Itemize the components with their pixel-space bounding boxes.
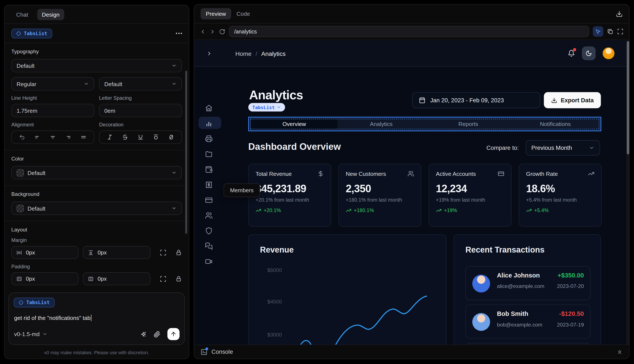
printer-icon[interactable] <box>205 135 213 142</box>
no-decoration-icon[interactable] <box>168 134 174 140</box>
wallet-icon[interactable] <box>205 166 213 173</box>
composer-component-chip[interactable]: TabsList <box>14 298 54 307</box>
tab-overview[interactable]: Overview <box>251 119 338 129</box>
copy-pages-icon[interactable] <box>607 28 613 35</box>
font-family-select[interactable]: Default <box>11 59 182 72</box>
transaction-row[interactable]: Bob Smith bob@example.com -$120.50 2023-… <box>465 304 590 338</box>
chevron-down-icon <box>172 206 177 211</box>
browser-toolbar: /analytics <box>194 24 629 40</box>
forward-icon[interactable] <box>209 28 215 34</box>
more-options-icon[interactable] <box>176 33 182 34</box>
preview-scrollbar-thumb[interactable] <box>627 41 629 154</box>
shield-icon[interactable] <box>205 227 213 235</box>
line-height-input[interactable]: 1.75rem <box>11 104 94 117</box>
undo-icon[interactable] <box>19 134 25 140</box>
arrow-up-icon <box>170 331 177 337</box>
font-weight-value: Regular <box>17 80 37 87</box>
tab-analytics[interactable]: Analytics <box>338 119 425 129</box>
sparkles-icon[interactable] <box>140 330 147 337</box>
user-avatar[interactable] <box>602 47 614 60</box>
notifications-bell-button[interactable] <box>568 50 575 57</box>
letter-spacing-input[interactable]: 0em <box>99 104 182 117</box>
margin-x-input[interactable]: 0px <box>11 246 79 259</box>
tab-notifications[interactable]: Notifications <box>512 119 599 129</box>
chevrons-up-icon[interactable] <box>617 349 623 355</box>
italic-icon[interactable] <box>107 134 113 140</box>
underline-icon[interactable] <box>137 134 143 140</box>
selection-tag[interactable]: TabsList <box>248 103 285 112</box>
paperclip-icon[interactable] <box>154 330 160 337</box>
app-window: Chat Design TabsList Typography Default … <box>0 0 634 364</box>
margin-y-icon <box>88 249 94 255</box>
tab-preview[interactable]: Preview <box>200 8 231 20</box>
home-icon[interactable] <box>205 104 213 112</box>
send-button[interactable] <box>167 328 180 340</box>
trending-up-icon <box>346 208 352 213</box>
font-size-select[interactable]: Default <box>99 77 182 90</box>
align-right-icon[interactable] <box>65 134 71 140</box>
compare-select[interactable]: Previous Month <box>526 140 600 156</box>
download-icon[interactable] <box>616 10 623 17</box>
text-caret <box>91 315 92 321</box>
background-select[interactable]: Default <box>11 202 182 215</box>
font-weight-select[interactable]: Regular <box>11 77 94 90</box>
tab-code[interactable]: Code <box>231 8 255 20</box>
sidebar-expand-icon[interactable] <box>206 50 212 56</box>
folder-icon[interactable] <box>205 150 213 158</box>
design-select-mode-button[interactable] <box>593 26 603 37</box>
breadcrumb-current[interactable]: Analytics <box>261 50 286 57</box>
transaction-row[interactable]: Alice Johnson alice@example.com +$350.00… <box>465 266 590 300</box>
credit-card-icon[interactable] <box>205 196 213 204</box>
back-icon[interactable] <box>200 28 206 34</box>
transaction-date: 2023-07-20 <box>557 283 584 289</box>
padding-x-value: 0px <box>26 276 35 282</box>
members-icon[interactable] <box>205 212 213 219</box>
stat-card-active-accounts: Active Accounts 12,234 +19% from last mo… <box>429 164 512 227</box>
expand-sides-icon[interactable] <box>160 249 166 256</box>
tab-reports[interactable]: Reports <box>425 119 512 129</box>
align-justify-icon[interactable] <box>81 134 87 140</box>
breadcrumb-home[interactable]: Home <box>235 50 251 57</box>
strikethrough-icon[interactable] <box>122 134 128 140</box>
line-height-value: 1.75rem <box>17 107 37 114</box>
refresh-icon[interactable] <box>219 28 225 34</box>
padding-x-input[interactable]: 0px <box>11 272 79 285</box>
download-icon <box>551 97 557 103</box>
margin-y-input[interactable]: 0px <box>83 246 150 259</box>
stat-card-growth-rate: Growth Rate 18.6% +5.4% from last month … <box>519 164 602 227</box>
address-bar[interactable]: /analytics <box>229 26 589 37</box>
component-chip[interactable]: TabsList <box>11 28 52 38</box>
color-select[interactable]: Default <box>11 166 182 180</box>
align-left-icon[interactable] <box>34 134 40 140</box>
messages-icon[interactable] <box>205 242 213 250</box>
tabs-list-selected[interactable]: Overview Analytics Reports Notifications <box>248 117 601 131</box>
export-data-button[interactable]: Export Data <box>544 92 601 108</box>
video-icon[interactable] <box>205 258 213 265</box>
export-data-label: Export Data <box>561 97 594 103</box>
receipt-icon[interactable] <box>205 181 213 188</box>
transaction-name: Alice Johnson <box>497 272 540 279</box>
analytics-icon[interactable] <box>205 120 213 127</box>
theme-toggle-button[interactable] <box>582 46 596 60</box>
overline-icon[interactable] <box>153 134 159 140</box>
model-name: v0-1.5-md <box>14 331 40 337</box>
design-panel-scrollbar[interactable] <box>185 71 187 234</box>
composer-message-input[interactable]: get rid of the "notifications" tab <box>14 315 92 321</box>
align-center-icon[interactable] <box>50 134 56 140</box>
console-bar[interactable]: Console <box>194 344 629 359</box>
lock-icon[interactable] <box>176 249 182 256</box>
preview-scrollbar-track[interactable] <box>626 40 629 346</box>
chat-composer[interactable]: TabsList get rid of the "notifications" … <box>9 292 185 345</box>
tab-chat[interactable]: Chat <box>11 9 33 20</box>
model-selector[interactable]: v0-1.5-md <box>14 331 47 337</box>
expand-sides-icon[interactable] <box>160 275 166 282</box>
padding-y-input[interactable]: 0px <box>83 272 150 285</box>
stat-trend-value: +5.4% <box>534 208 549 213</box>
date-range-button[interactable]: Jan 20, 2023 - Feb 09, 2023 <box>412 92 540 108</box>
lock-icon[interactable] <box>176 276 182 282</box>
design-panel: Chat Design TabsList Typography Default … <box>4 5 189 359</box>
fullscreen-icon[interactable] <box>617 28 623 35</box>
trending-up-icon <box>255 208 261 213</box>
tab-design[interactable]: Design <box>37 9 64 20</box>
users-icon <box>408 170 414 177</box>
